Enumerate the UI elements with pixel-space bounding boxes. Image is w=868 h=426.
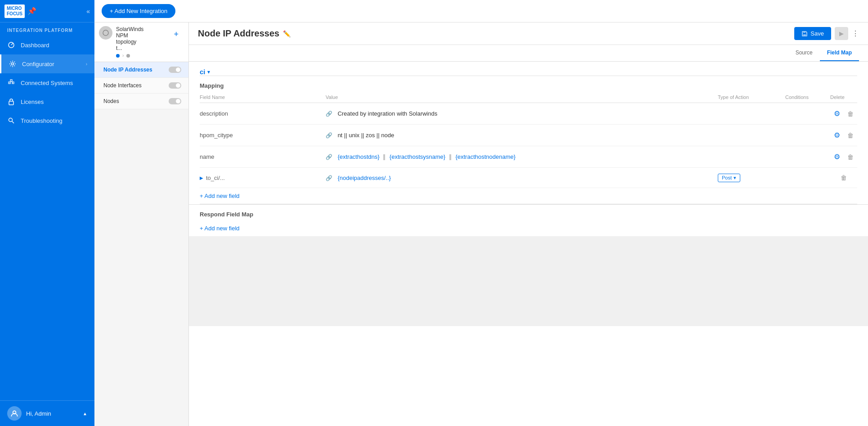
toggle-node-interfaces[interactable] bbox=[169, 82, 181, 89]
field-conditions-to-ci bbox=[785, 168, 830, 188]
submenu-label: Node IP Addresses bbox=[103, 67, 152, 73]
add-sub-item-button[interactable]: + bbox=[143, 26, 184, 43]
submenu-item-nodes[interactable]: Nodes bbox=[94, 94, 188, 109]
table-row: hpom_citype 🔗 nt || unix || zos || node … bbox=[200, 125, 857, 146]
field-value-description: 🔗 Created by integration with Solarwinds bbox=[326, 103, 718, 125]
sidebar-item-label: Connected Systems bbox=[21, 80, 73, 86]
gear-button[interactable]: ⚙ bbox=[831, 152, 843, 162]
toggle-nodes[interactable] bbox=[169, 98, 181, 104]
field-action-hpom-citype bbox=[718, 125, 785, 146]
sidebar-item-dashboard[interactable]: Dashboard bbox=[0, 36, 94, 54]
sidebar-item-label: Dashboard bbox=[21, 42, 49, 49]
col-header-field-name: Field Name bbox=[200, 92, 326, 103]
svg-rect-8 bbox=[9, 101, 13, 105]
status-dot-inactive bbox=[126, 54, 130, 58]
field-value-name: 🔗 {extracthostdns} ‖ {extracthostsysname… bbox=[326, 146, 718, 168]
right-panel: Node IP Addresses ✏️ Save ▶ ⋮ Source Fie… bbox=[189, 22, 868, 426]
collapse-icon[interactable]: « bbox=[86, 8, 90, 15]
submenu-label: Node Interfaces bbox=[103, 82, 142, 89]
run-button[interactable]: ▶ bbox=[835, 27, 848, 40]
save-button[interactable]: Save bbox=[794, 27, 831, 40]
sidebar-item-configurator[interactable]: Configurator › bbox=[0, 54, 94, 73]
gear-button[interactable]: ⚙ bbox=[831, 130, 843, 140]
link-icon: 🔗 bbox=[326, 111, 332, 117]
svg-rect-13 bbox=[803, 34, 806, 36]
dropdown-arrow-icon: ▾ bbox=[734, 175, 736, 181]
mapping-section: Mapping Field Name Value Type of Action … bbox=[189, 76, 868, 204]
add-integration-button[interactable]: + Add New Integration bbox=[102, 4, 175, 18]
trash-button[interactable]: 🗑 bbox=[845, 109, 856, 118]
right-panel-header: Node IP Addresses ✏️ Save ▶ ⋮ bbox=[189, 22, 868, 45]
submenu-item-node-interfaces[interactable]: Node Interfaces bbox=[94, 78, 188, 94]
field-action-to-ci: Post ▾ bbox=[718, 168, 785, 188]
integration-item[interactable]: SolarWinds NPM topology t... › bbox=[99, 26, 143, 58]
main-area: + Add New Integration SolarWinds NPM top… bbox=[94, 0, 868, 426]
field-action-description bbox=[718, 103, 785, 125]
page-title: Node IP Addresses bbox=[198, 28, 279, 39]
field-delete-description: ⚙ 🗑 bbox=[830, 103, 857, 125]
tab-source[interactable]: Source bbox=[788, 45, 820, 61]
tabs-row: Source Field Map bbox=[189, 45, 868, 62]
pin-icon: 📌 bbox=[27, 7, 36, 15]
sidebar-footer[interactable]: Hi, Admin ▲ bbox=[0, 400, 94, 426]
top-bar: + Add New Integration bbox=[94, 0, 868, 22]
field-delete-hpom-citype: ⚙ 🗑 bbox=[830, 125, 857, 146]
respond-add-field-button[interactable]: + Add new field bbox=[200, 220, 240, 236]
toggle-node-ip[interactable] bbox=[169, 67, 181, 73]
gear-button[interactable]: ⚙ bbox=[831, 108, 843, 119]
mapping-section-title: Mapping bbox=[200, 76, 857, 92]
gray-area bbox=[189, 236, 868, 326]
header-actions: Save ▶ ⋮ bbox=[794, 27, 859, 40]
search-icon bbox=[7, 117, 15, 125]
sidebar-item-licenses[interactable]: Licenses bbox=[0, 92, 94, 111]
field-name-hpom-citype: hpom_citype bbox=[200, 125, 326, 146]
ci-label: ci bbox=[200, 68, 206, 76]
respond-section: Respond Field Map + Add new field bbox=[189, 204, 868, 236]
sidebar: MICROFOCUS 📌 « INTEGRATION PLATFORM Dash… bbox=[0, 0, 94, 426]
sidebar-item-troubleshooting[interactable]: Troubleshooting bbox=[0, 111, 94, 130]
dashboard-icon bbox=[7, 41, 15, 49]
edit-title-icon[interactable]: ✏️ bbox=[283, 30, 291, 37]
field-delete-to-ci: 🗑 bbox=[830, 168, 857, 188]
logo-box: MICROFOCUS bbox=[4, 4, 25, 18]
respond-section-title: Respond Field Map bbox=[200, 205, 857, 220]
sidebar-item-label: Troubleshooting bbox=[21, 117, 63, 124]
expand-arrow-icon[interactable]: ▶ bbox=[200, 175, 203, 180]
col-header-value: Value bbox=[326, 92, 718, 103]
lock-icon bbox=[7, 98, 15, 106]
field-conditions-hpom-citype bbox=[785, 125, 830, 146]
integration-name: SolarWinds NPM topology t... bbox=[116, 26, 143, 51]
ci-dropdown-icon[interactable]: ▾ bbox=[207, 69, 210, 75]
link-icon: 🔗 bbox=[326, 175, 332, 181]
ci-header: ci ▾ bbox=[189, 62, 868, 76]
submenu-item-node-ip-addresses[interactable]: Node IP Addresses bbox=[94, 62, 188, 78]
field-value-hpom-citype: 🔗 nt || unix || zos || node bbox=[326, 125, 718, 146]
table-row: description 🔗 Created by integration wit… bbox=[200, 103, 857, 125]
field-conditions-name bbox=[785, 146, 830, 168]
svg-point-9 bbox=[9, 118, 13, 122]
field-name-to-ci: ▶ to_ci/... bbox=[200, 168, 326, 188]
sidebar-item-connected-systems[interactable]: Connected Systems bbox=[0, 73, 94, 92]
network-icon bbox=[7, 79, 15, 87]
sidebar-item-label: Configurator bbox=[22, 61, 54, 67]
trash-button[interactable]: 🗑 bbox=[845, 131, 856, 140]
tab-field-map[interactable]: Field Map bbox=[820, 45, 859, 61]
more-options-button[interactable]: ⋮ bbox=[852, 29, 859, 38]
svg-point-12 bbox=[103, 30, 108, 36]
svg-rect-14 bbox=[803, 31, 805, 33]
trash-button[interactable]: 🗑 bbox=[838, 173, 850, 182]
add-field-button[interactable]: + Add new field bbox=[200, 188, 240, 204]
integration-actions: › bbox=[116, 53, 143, 58]
gear-icon bbox=[9, 60, 17, 68]
platform-label: INTEGRATION PLATFORM bbox=[0, 22, 94, 36]
avatar bbox=[7, 406, 22, 421]
chevron-right-icon: › bbox=[122, 53, 124, 58]
field-value-to-ci: 🔗 {nodeipaddresses/..} bbox=[326, 168, 718, 188]
post-action-button[interactable]: Post ▾ bbox=[718, 174, 740, 182]
svg-rect-4 bbox=[10, 80, 12, 81]
link-icon: 🔗 bbox=[326, 154, 332, 160]
left-panel: SolarWinds NPM topology t... › + Node IP… bbox=[94, 22, 189, 426]
sidebar-item-label: Licenses bbox=[21, 99, 44, 105]
trash-button[interactable]: 🗑 bbox=[845, 152, 856, 161]
svg-line-10 bbox=[12, 121, 14, 124]
